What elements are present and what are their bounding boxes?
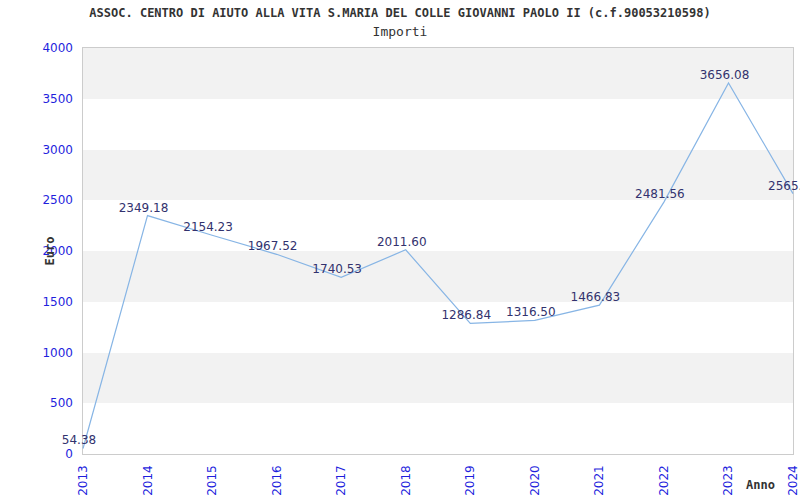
y-tick-label: 4000: [0, 41, 73, 55]
line-series-svg: [83, 48, 793, 454]
x-tick-label: 2018: [399, 464, 412, 498]
x-tick-label: 2019: [464, 464, 477, 498]
data-point-label: 54.38: [62, 433, 96, 447]
data-point-label: 1967.52: [248, 239, 298, 253]
data-point-label: 1740.53: [312, 262, 362, 276]
plot-area: [82, 47, 794, 455]
data-line-importi: [83, 83, 793, 449]
data-point-label: 1466.83: [571, 290, 621, 304]
x-tick-label: 2013: [77, 464, 90, 498]
y-tick-label: 3000: [0, 143, 73, 157]
y-tick-label: 2500: [0, 193, 73, 207]
x-tick-label: 2015: [206, 464, 219, 498]
x-tick-label: 2022: [657, 464, 670, 498]
x-tick-label: 2014: [141, 464, 154, 498]
x-axis-title: Anno: [746, 478, 775, 492]
x-tick-label: 2023: [722, 464, 735, 498]
data-point-label: 3656.08: [700, 68, 750, 82]
x-tick-label: 2017: [335, 464, 348, 498]
x-tick-label: 2024: [787, 464, 800, 498]
chart-subtitle: Importi: [0, 24, 800, 39]
data-point-label: 2154.23: [183, 220, 233, 234]
chart-title: ASSOC. CENTRO DI AIUTO ALLA VITA S.MARIA…: [0, 6, 800, 20]
data-point-label: 2565.3: [768, 179, 800, 193]
data-point-label: 1286.84: [441, 308, 491, 322]
y-tick-label: 1000: [0, 346, 73, 360]
x-tick-label: 2021: [593, 464, 606, 498]
data-point-label: 1316.50: [506, 305, 556, 319]
chart-page: { "chart_data": { "type": "line", "title…: [0, 0, 800, 500]
y-axis-title: Euro: [43, 231, 57, 271]
y-tick-label: 500: [0, 396, 73, 410]
data-point-label: 2349.18: [119, 201, 169, 215]
y-tick-label: 0: [0, 447, 73, 461]
data-point-label: 2011.60: [377, 235, 427, 249]
y-tick-label: 3500: [0, 92, 73, 106]
y-tick-label: 1500: [0, 295, 73, 309]
x-tick-label: 2016: [270, 464, 283, 498]
y-tick-label: 2000: [0, 244, 73, 258]
data-point-label: 2481.56: [635, 187, 685, 201]
x-tick-label: 2020: [528, 464, 541, 498]
